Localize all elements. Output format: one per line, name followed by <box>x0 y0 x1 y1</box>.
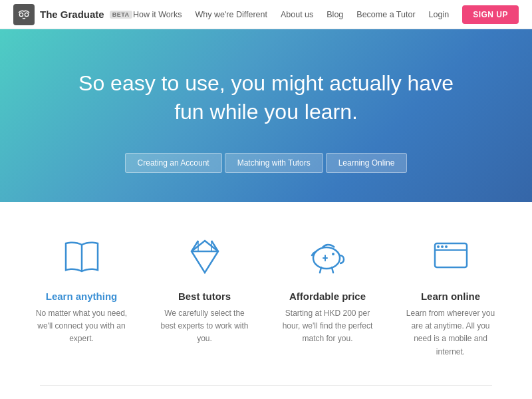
features-section: Learn anything No matter what you need, … <box>0 202 532 378</box>
section-divider <box>40 385 492 386</box>
logo-text: The Graduate <box>40 9 104 20</box>
svg-point-3 <box>20 13 23 16</box>
hero-tabs: Creating an Account Matching with Tutors… <box>13 153 519 173</box>
main-nav: How it Works Why we're Different About u… <box>133 5 519 24</box>
hero-tab-creating-account[interactable]: Creating an Account <box>125 153 222 173</box>
feature-best-tutors-title: Best tutors <box>156 291 253 302</box>
svg-point-15 <box>332 253 334 255</box>
feature-learn-online: Learn online Learn from wherever you are… <box>389 235 512 358</box>
feature-affordable-price: Affordable price Starting at HKD 200 per… <box>266 235 389 358</box>
monitor-icon <box>430 235 472 278</box>
svg-point-19 <box>441 245 444 248</box>
nav-login[interactable]: Login <box>429 10 450 19</box>
nav-blog[interactable]: Blog <box>327 10 343 19</box>
feature-learn-anything-desc: No matter what you need, we'll connect y… <box>33 307 130 346</box>
feature-affordable-price-title: Affordable price <box>279 291 376 302</box>
diamond-icon <box>184 235 226 278</box>
hero-section: So easy to use, you might actually have … <box>0 29 532 202</box>
hero-tab-matching-tutors[interactable]: Matching with Tutors <box>225 153 323 173</box>
feature-best-tutors: Best tutors We carefully select the best… <box>143 235 266 358</box>
feature-best-tutors-desc: We carefully select the best experts to … <box>156 307 253 346</box>
feature-learn-online-title: Learn online <box>402 291 499 302</box>
nav-about[interactable]: About us <box>281 10 313 19</box>
hero-tab-learning-online[interactable]: Learning Online <box>326 153 408 173</box>
header: The Graduate BETA How it Works Why we're… <box>0 0 532 29</box>
svg-point-18 <box>437 245 440 248</box>
nav-become-tutor[interactable]: Become a Tutor <box>356 10 415 19</box>
svg-rect-16 <box>435 243 467 267</box>
svg-point-4 <box>25 13 28 16</box>
logo-area: The Graduate BETA <box>13 4 132 25</box>
nav-why-different[interactable]: Why we're Different <box>195 10 267 19</box>
signup-button[interactable]: SIGN UP <box>462 5 519 24</box>
piggy-bank-icon <box>307 235 349 278</box>
logo-icon <box>13 4 35 25</box>
feature-affordable-price-desc: Starting at HKD 200 per hour, we'll find… <box>279 307 376 346</box>
hero-title: So easy to use, you might actually have … <box>66 69 466 126</box>
book-icon <box>61 235 103 278</box>
feature-learn-anything: Learn anything No matter what you need, … <box>20 235 143 358</box>
svg-point-20 <box>445 245 448 248</box>
nav-how-it-works[interactable]: How it Works <box>133 10 182 19</box>
feature-learn-anything-title: Learn anything <box>33 291 130 302</box>
step-section: STEP 1 Create an account just in a few s… <box>0 392 532 399</box>
feature-learn-online-desc: Learn from wherever you are at anytime. … <box>402 307 499 358</box>
beta-badge: BETA <box>110 11 132 19</box>
